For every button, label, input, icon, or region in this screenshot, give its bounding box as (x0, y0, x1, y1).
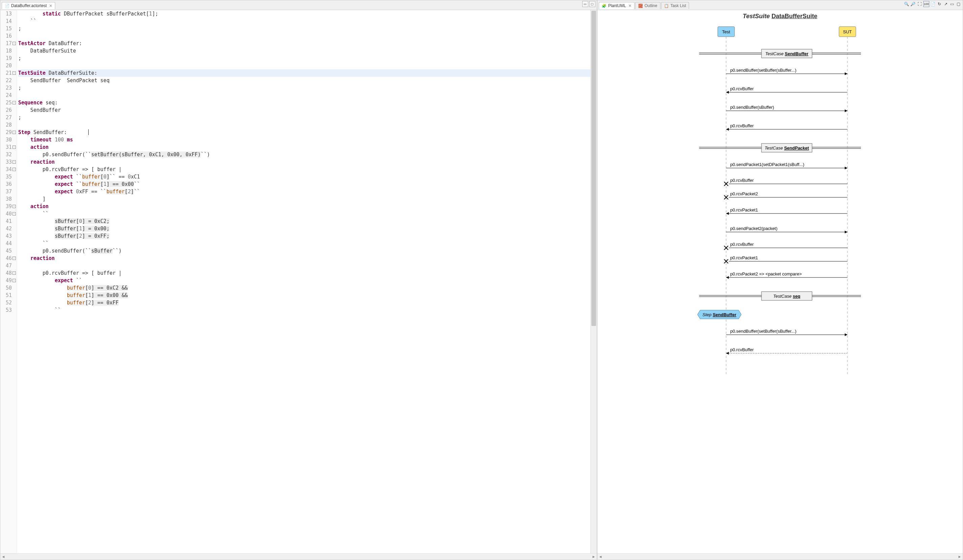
code-line[interactable]: expect ``buffer[1] == 0x00`` (18, 181, 590, 188)
code-line[interactable]: sBuffer[1] = 0x00; (18, 225, 590, 232)
code-line[interactable] (18, 92, 590, 99)
line-number: 32 (0, 151, 15, 158)
fold-toggle-icon[interactable]: - (13, 146, 16, 149)
line-number: 31- (0, 144, 15, 151)
code-line[interactable]: ; (18, 25, 590, 32)
code-line[interactable]: p0.sendBuffer(``sBuffer``) (18, 247, 590, 254)
line-number: 49- (0, 277, 15, 284)
code-line[interactable]: expect `` (18, 277, 590, 284)
code-line[interactable]: reaction (18, 158, 590, 166)
editor-tab-bar: 📄 DataBuffer.actortest ✕ ▭ ▢ (0, 0, 597, 10)
editor-area[interactable]: 1314151617-18192021-22232425-26272829-30… (0, 10, 597, 553)
fit-icon[interactable]: ⛶ (917, 2, 922, 7)
lifeline-label: Test (722, 29, 730, 34)
code-line[interactable] (18, 262, 590, 269)
code-line[interactable]: static DBufferPacket sBufferPacket[1]; (18, 10, 590, 18)
code-line[interactable]: sBuffer[0] = 0xC2; (18, 217, 590, 225)
code-line[interactable]: `` (18, 210, 590, 217)
editor-tab-active[interactable]: 📄 DataBuffer.actortest ✕ (2, 2, 55, 9)
fold-toggle-icon[interactable]: - (13, 131, 16, 134)
close-icon[interactable]: ✕ (49, 4, 52, 8)
code-line[interactable]: `` (18, 18, 590, 25)
view-tab-outline[interactable]: 🧱Outline (635, 2, 660, 9)
code-line[interactable]: `` (18, 240, 590, 247)
fold-toggle-icon[interactable]: - (13, 71, 16, 75)
fold-toggle-icon[interactable]: - (13, 205, 16, 208)
code-line[interactable]: expect 0xFF == ``buffer[2]`` (18, 188, 590, 195)
code-line[interactable]: action (18, 203, 590, 210)
code-line[interactable]: ] (18, 195, 590, 203)
code-line[interactable]: buffer[0] == 0xC2 && (18, 284, 590, 291)
code-line[interactable]: timeout 100 ms (18, 136, 590, 144)
code-line[interactable]: p0.sendBuffer(``setBuffer(sBuffer, 0xC1,… (18, 151, 590, 158)
code-line[interactable]: ; (18, 84, 590, 92)
code-line[interactable] (18, 62, 590, 70)
line-number: 26 (0, 107, 15, 114)
fold-toggle-icon[interactable]: - (13, 212, 16, 215)
code-line[interactable]: sBuffer[2] = 0xFF; (18, 232, 590, 240)
view-tab-label: PlantUML (608, 3, 626, 8)
fold-toggle-icon[interactable]: - (13, 272, 16, 275)
code-content[interactable]: static DBufferPacket sBufferPacket[1]; `… (17, 10, 590, 553)
zoom-out-icon[interactable]: 🔎 (910, 2, 916, 7)
line-number: 43 (0, 232, 15, 240)
close-icon[interactable]: ✕ (628, 4, 631, 8)
maximize-icon[interactable]: ▢ (956, 2, 961, 7)
scroll-right-icon[interactable]: ► (957, 555, 963, 558)
fold-toggle-icon[interactable]: - (13, 42, 16, 45)
vertical-scrollbar[interactable] (590, 10, 597, 553)
message-label: p0.rcvBuffer (730, 347, 754, 352)
code-line[interactable] (18, 121, 590, 129)
minimize-view-icon[interactable]: ▭ (582, 1, 588, 7)
zoom-100-icon[interactable]: 100 (923, 1, 929, 7)
code-line[interactable]: action (18, 144, 590, 151)
code-line[interactable] (18, 32, 590, 40)
scrollbar-thumb[interactable] (591, 11, 596, 326)
code-line[interactable]: p0.rcvBuffer => [ buffer | (18, 166, 590, 173)
diagram-horizontal-scrollbar[interactable]: ◄ ► (597, 553, 963, 560)
export-icon[interactable]: ↗ (943, 2, 948, 7)
fold-toggle-icon[interactable]: - (13, 160, 16, 163)
code-line[interactable]: TestSuite DataBufferSuite: (18, 70, 590, 77)
fold-toggle-icon[interactable]: - (13, 168, 16, 171)
view-tabs: 🧩PlantUML✕🧱Outline📋Task List (599, 1, 690, 9)
fold-toggle-icon[interactable]: - (13, 279, 16, 282)
horizontal-scrollbar[interactable]: ◄ ► (0, 553, 597, 560)
code-line[interactable]: expect ``buffer[0]`` == 0xC1 (18, 173, 590, 181)
code-line[interactable]: `` (18, 306, 590, 314)
line-number: 53 (0, 306, 15, 314)
code-line[interactable]: buffer[1] == 0x00 && (18, 291, 590, 299)
diagram-area[interactable]: TestSuite DataBufferSuite TestSUTTestCas… (597, 10, 963, 553)
code-line[interactable]: Step SendBuffer: (18, 129, 590, 136)
code-line[interactable]: ; (18, 55, 590, 62)
code-line[interactable]: buffer[2] == 0xFF (18, 299, 590, 306)
fold-toggle-icon[interactable]: - (13, 257, 16, 260)
line-number: 40- (0, 210, 15, 217)
task-list-icon: 📋 (664, 3, 669, 8)
code-line[interactable]: reaction (18, 254, 590, 262)
zoom-in-icon[interactable]: 🔍 (904, 2, 909, 7)
code-line[interactable]: p0.rcvBuffer => [ buffer | (18, 269, 590, 277)
code-line[interactable]: TestActor DataBuffer: (18, 40, 590, 47)
view-tab-bar: 🧩PlantUML✕🧱Outline📋Task List 🔍 🔎 ⛶ 100 📄… (597, 0, 963, 10)
workspace: 📄 DataBuffer.actortest ✕ ▭ ▢ 1314151617-… (0, 0, 963, 560)
code-line[interactable]: SendBuffer SendPacket seq (18, 77, 590, 84)
code-line[interactable]: ; (18, 114, 590, 121)
view-tab-plantuml[interactable]: 🧩PlantUML✕ (599, 2, 634, 9)
code-line[interactable]: SendBuffer (18, 107, 590, 114)
testcase-label: TestCase seq (773, 294, 801, 299)
refresh-icon[interactable]: ↻ (937, 2, 942, 7)
message-label: p0.rcvBuffer (730, 123, 754, 128)
code-line[interactable]: DataBufferSuite (18, 47, 590, 55)
code-line[interactable]: Sequence seq: (18, 99, 590, 107)
fold-toggle-icon[interactable]: - (13, 101, 16, 104)
scroll-left-icon[interactable]: ◄ (0, 555, 6, 558)
view-tab-task-list[interactable]: 📋Task List (661, 2, 689, 9)
scroll-right-icon[interactable]: ► (591, 555, 597, 558)
scroll-left-icon[interactable]: ◄ (597, 555, 603, 558)
line-number: 36 (0, 181, 15, 188)
editor-tab-label: DataBuffer.actortest (11, 3, 47, 8)
new-icon[interactable]: 📄 (930, 2, 936, 7)
pin-icon[interactable]: ▭ (950, 2, 955, 7)
maximize-view-icon[interactable]: ▢ (589, 1, 595, 7)
